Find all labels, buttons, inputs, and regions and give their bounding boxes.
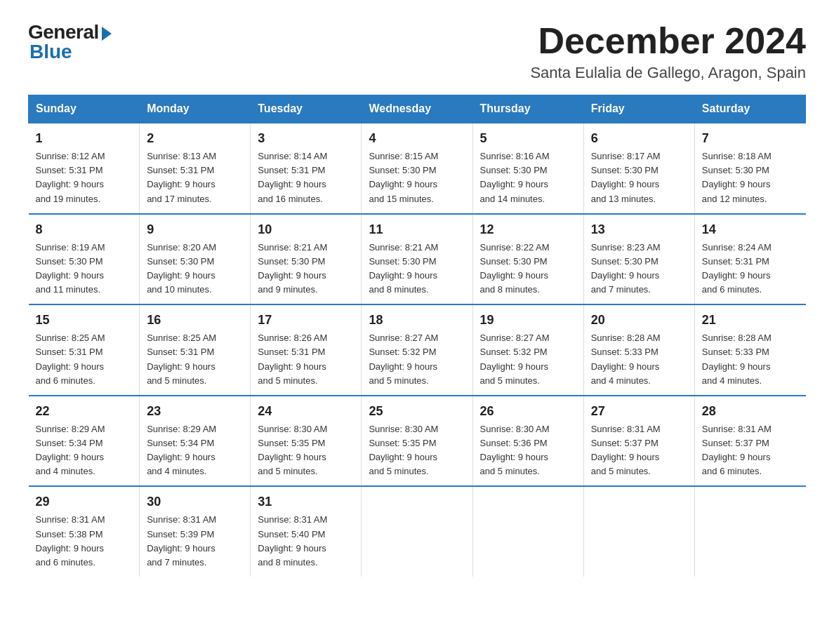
location-title: Santa Eulalia de Gallego, Aragon, Spain <box>530 64 806 82</box>
day-info: Sunrise: 8:21 AM Sunset: 5:30 PM Dayligh… <box>369 241 465 297</box>
day-number: 1 <box>36 129 133 148</box>
calendar-cell: 27Sunrise: 8:31 AM Sunset: 5:37 PM Dayli… <box>583 396 694 487</box>
calendar-cell: 10Sunrise: 8:21 AM Sunset: 5:30 PM Dayli… <box>251 214 362 305</box>
day-info: Sunrise: 8:25 AM Sunset: 5:31 PM Dayligh… <box>147 331 243 388</box>
day-number: 8 <box>36 220 133 239</box>
calendar-cell <box>362 486 472 577</box>
logo-blue-text: Blue <box>28 41 72 63</box>
day-number: 22 <box>36 402 133 421</box>
calendar-cell: 26Sunrise: 8:30 AM Sunset: 5:36 PM Dayli… <box>472 396 583 487</box>
day-info: Sunrise: 8:31 AM Sunset: 5:37 PM Dayligh… <box>702 422 799 479</box>
day-info: Sunrise: 8:12 AM Sunset: 5:31 PM Dayligh… <box>36 149 133 206</box>
calendar-week-2: 8Sunrise: 8:19 AM Sunset: 5:30 PM Daylig… <box>29 214 806 305</box>
day-info: Sunrise: 8:14 AM Sunset: 5:31 PM Dayligh… <box>258 149 354 206</box>
page-header: General Blue December 2024 Santa Eulalia… <box>28 21 806 82</box>
day-info: Sunrise: 8:27 AM Sunset: 5:32 PM Dayligh… <box>480 331 576 388</box>
weekday-header-thursday: Thursday <box>472 95 583 123</box>
weekday-header-saturday: Saturday <box>694 95 805 123</box>
day-number: 13 <box>591 220 687 239</box>
day-number: 25 <box>369 402 465 421</box>
day-info: Sunrise: 8:31 AM Sunset: 5:38 PM Dayligh… <box>36 513 133 570</box>
calendar-cell: 22Sunrise: 8:29 AM Sunset: 5:34 PM Dayli… <box>29 396 140 487</box>
calendar-header: SundayMondayTuesdayWednesdayThursdayFrid… <box>29 95 806 123</box>
calendar-cell: 12Sunrise: 8:22 AM Sunset: 5:30 PM Dayli… <box>472 214 583 305</box>
calendar-table: SundayMondayTuesdayWednesdayThursdayFrid… <box>28 95 806 577</box>
logo: General Blue <box>28 21 112 63</box>
day-info: Sunrise: 8:29 AM Sunset: 5:34 PM Dayligh… <box>36 422 133 479</box>
day-number: 7 <box>702 129 799 148</box>
day-number: 10 <box>258 220 354 239</box>
day-info: Sunrise: 8:30 AM Sunset: 5:35 PM Dayligh… <box>369 422 465 479</box>
day-info: Sunrise: 8:29 AM Sunset: 5:34 PM Dayligh… <box>147 422 243 479</box>
title-block: December 2024 Santa Eulalia de Gallego, … <box>530 21 806 82</box>
day-number: 30 <box>147 492 243 511</box>
day-info: Sunrise: 8:24 AM Sunset: 5:31 PM Dayligh… <box>702 241 799 297</box>
calendar-cell: 9Sunrise: 8:20 AM Sunset: 5:30 PM Daylig… <box>140 214 251 305</box>
day-number: 3 <box>258 129 354 148</box>
calendar-week-1: 1Sunrise: 8:12 AM Sunset: 5:31 PM Daylig… <box>29 123 806 214</box>
weekday-header-row: SundayMondayTuesdayWednesdayThursdayFrid… <box>29 95 806 123</box>
day-number: 12 <box>480 220 576 239</box>
calendar-cell: 21Sunrise: 8:28 AM Sunset: 5:33 PM Dayli… <box>694 304 805 396</box>
month-title: December 2024 <box>530 21 806 61</box>
day-number: 31 <box>258 492 354 511</box>
weekday-header-monday: Monday <box>140 95 251 123</box>
day-info: Sunrise: 8:22 AM Sunset: 5:30 PM Dayligh… <box>480 241 576 297</box>
day-number: 15 <box>36 311 133 330</box>
calendar-cell: 20Sunrise: 8:28 AM Sunset: 5:33 PM Dayli… <box>583 304 694 396</box>
calendar-cell: 4Sunrise: 8:15 AM Sunset: 5:30 PM Daylig… <box>362 123 472 214</box>
day-number: 26 <box>480 402 576 421</box>
calendar-cell: 1Sunrise: 8:12 AM Sunset: 5:31 PM Daylig… <box>29 123 140 214</box>
day-info: Sunrise: 8:20 AM Sunset: 5:30 PM Dayligh… <box>147 241 243 297</box>
day-number: 11 <box>369 220 465 239</box>
day-info: Sunrise: 8:25 AM Sunset: 5:31 PM Dayligh… <box>36 331 133 388</box>
weekday-header-tuesday: Tuesday <box>251 95 362 123</box>
calendar-body: 1Sunrise: 8:12 AM Sunset: 5:31 PM Daylig… <box>29 123 806 577</box>
day-number: 19 <box>480 311 576 330</box>
day-number: 4 <box>369 129 465 148</box>
calendar-week-3: 15Sunrise: 8:25 AM Sunset: 5:31 PM Dayli… <box>29 304 806 396</box>
day-number: 21 <box>702 311 799 330</box>
day-info: Sunrise: 8:16 AM Sunset: 5:30 PM Dayligh… <box>480 149 576 206</box>
calendar-cell: 15Sunrise: 8:25 AM Sunset: 5:31 PM Dayli… <box>29 304 140 396</box>
calendar-cell: 28Sunrise: 8:31 AM Sunset: 5:37 PM Dayli… <box>694 396 805 487</box>
day-info: Sunrise: 8:18 AM Sunset: 5:30 PM Dayligh… <box>702 149 799 206</box>
day-info: Sunrise: 8:19 AM Sunset: 5:30 PM Dayligh… <box>36 241 133 297</box>
day-info: Sunrise: 8:30 AM Sunset: 5:35 PM Dayligh… <box>258 422 354 479</box>
day-number: 23 <box>147 402 243 421</box>
weekday-header-friday: Friday <box>583 95 694 123</box>
day-info: Sunrise: 8:31 AM Sunset: 5:40 PM Dayligh… <box>258 513 354 570</box>
day-info: Sunrise: 8:28 AM Sunset: 5:33 PM Dayligh… <box>591 331 687 388</box>
day-info: Sunrise: 8:26 AM Sunset: 5:31 PM Dayligh… <box>258 331 354 388</box>
day-number: 20 <box>591 311 687 330</box>
day-info: Sunrise: 8:27 AM Sunset: 5:32 PM Dayligh… <box>369 331 465 388</box>
calendar-cell: 7Sunrise: 8:18 AM Sunset: 5:30 PM Daylig… <box>694 123 805 214</box>
calendar-cell: 13Sunrise: 8:23 AM Sunset: 5:30 PM Dayli… <box>583 214 694 305</box>
calendar-week-5: 29Sunrise: 8:31 AM Sunset: 5:38 PM Dayli… <box>29 486 806 577</box>
calendar-week-4: 22Sunrise: 8:29 AM Sunset: 5:34 PM Dayli… <box>29 396 806 487</box>
day-info: Sunrise: 8:17 AM Sunset: 5:30 PM Dayligh… <box>591 149 687 206</box>
day-info: Sunrise: 8:31 AM Sunset: 5:39 PM Dayligh… <box>147 513 243 570</box>
day-number: 2 <box>147 129 243 148</box>
day-info: Sunrise: 8:31 AM Sunset: 5:37 PM Dayligh… <box>591 422 687 479</box>
day-number: 17 <box>258 311 354 330</box>
calendar-cell: 16Sunrise: 8:25 AM Sunset: 5:31 PM Dayli… <box>140 304 251 396</box>
day-number: 24 <box>258 402 354 421</box>
logo-arrow-icon <box>102 27 112 41</box>
calendar-cell: 2Sunrise: 8:13 AM Sunset: 5:31 PM Daylig… <box>140 123 251 214</box>
calendar-cell: 6Sunrise: 8:17 AM Sunset: 5:30 PM Daylig… <box>583 123 694 214</box>
day-number: 29 <box>36 492 133 511</box>
day-info: Sunrise: 8:21 AM Sunset: 5:30 PM Dayligh… <box>258 241 354 297</box>
calendar-cell: 3Sunrise: 8:14 AM Sunset: 5:31 PM Daylig… <box>251 123 362 214</box>
calendar-cell: 29Sunrise: 8:31 AM Sunset: 5:38 PM Dayli… <box>29 486 140 577</box>
calendar-cell <box>472 486 583 577</box>
day-info: Sunrise: 8:15 AM Sunset: 5:30 PM Dayligh… <box>369 149 465 206</box>
calendar-cell: 8Sunrise: 8:19 AM Sunset: 5:30 PM Daylig… <box>29 214 140 305</box>
day-number: 6 <box>591 129 687 148</box>
calendar-cell: 23Sunrise: 8:29 AM Sunset: 5:34 PM Dayli… <box>140 396 251 487</box>
calendar-cell: 30Sunrise: 8:31 AM Sunset: 5:39 PM Dayli… <box>140 486 251 577</box>
day-number: 14 <box>702 220 799 239</box>
weekday-header-wednesday: Wednesday <box>362 95 472 123</box>
day-number: 5 <box>480 129 576 148</box>
calendar-cell: 19Sunrise: 8:27 AM Sunset: 5:32 PM Dayli… <box>472 304 583 396</box>
